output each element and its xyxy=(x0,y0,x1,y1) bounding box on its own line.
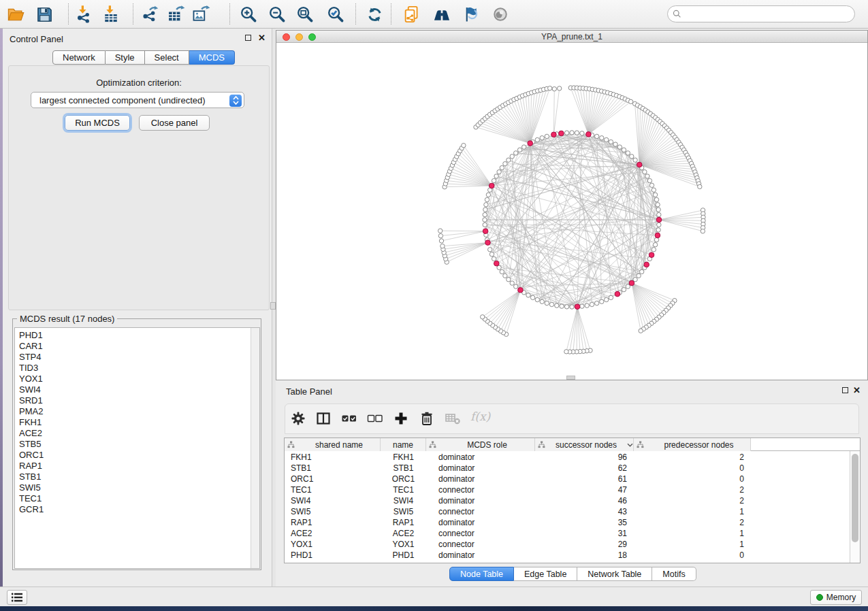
result-list-scrollbar[interactable] xyxy=(251,328,259,568)
toggle-hide-button[interactable] xyxy=(459,3,482,26)
close-panel-icon[interactable]: ✕ xyxy=(258,35,266,42)
column-header-predecessor-nodes[interactable]: predecessor nodes xyxy=(634,438,751,451)
delete-table-icon xyxy=(445,411,461,426)
cell: ACE2 xyxy=(381,528,426,539)
zoom-fit-button[interactable] xyxy=(293,3,317,26)
create-column-button[interactable] xyxy=(393,411,408,426)
run-mcds-button[interactable]: Run MCDS xyxy=(65,115,130,131)
delete-column-button[interactable] xyxy=(419,411,434,426)
table-row[interactable]: STB1STB1dominator620 xyxy=(285,463,860,474)
table-scrollbar-thumb[interactable] xyxy=(852,454,858,542)
cell: 1 xyxy=(634,539,751,550)
mcds-result-item[interactable]: STP4 xyxy=(19,352,44,363)
mcds-result-item[interactable]: TEC1 xyxy=(19,493,44,504)
mcds-result-item[interactable]: ACE2 xyxy=(19,428,44,439)
table-row[interactable]: SWI4SWI4dominator462 xyxy=(285,495,860,506)
close-panel-button[interactable]: Close panel xyxy=(139,115,210,131)
table-row[interactable]: ACE2ACE2connector311 xyxy=(285,528,860,539)
mcds-result-item[interactable]: SRD1 xyxy=(19,395,44,406)
network-titlebar[interactable]: YPA_prune.txt_1 xyxy=(276,31,867,43)
close-table-panel-icon[interactable]: ✕ xyxy=(853,387,861,394)
mcds-result-list[interactable]: PHD1CAR1STP4TID3YOX1SWI4SRD1PMA2FKH1ACE2… xyxy=(14,327,260,569)
delete-table-button[interactable] xyxy=(445,411,461,426)
tab-motifs[interactable]: Motifs xyxy=(652,567,696,581)
table-row[interactable]: SWI5SWI5connector431 xyxy=(285,506,860,517)
mcds-result-item[interactable]: GCR1 xyxy=(19,504,44,515)
mcds-result-item[interactable]: SWI4 xyxy=(19,384,44,395)
mcds-result-item[interactable]: RAP1 xyxy=(19,461,44,472)
refresh-button[interactable] xyxy=(363,3,386,26)
float-panel-icon[interactable] xyxy=(245,35,251,41)
mcds-result-item[interactable]: STB5 xyxy=(19,439,44,450)
zoom-out-button[interactable] xyxy=(266,3,289,26)
table-row[interactable]: PHD1PHD1dominator180 xyxy=(285,550,860,561)
column-header-successor-nodes[interactable]: successor nodes xyxy=(535,438,634,451)
mcds-result-item[interactable]: TID3 xyxy=(19,363,44,374)
column-header-MCDS-role[interactable]: MCDS role xyxy=(426,438,535,451)
import-network-button[interactable] xyxy=(72,3,95,26)
tab-style[interactable]: Style xyxy=(106,50,145,65)
search-input[interactable] xyxy=(684,10,854,19)
select-all-columns-button[interactable] xyxy=(341,411,357,426)
cell: STB1 xyxy=(381,463,426,474)
horizontal-splitter-grip[interactable] xyxy=(566,376,575,380)
mcds-result-item[interactable]: SWI5 xyxy=(19,482,44,493)
mcds-result-item[interactable]: STB1 xyxy=(19,472,44,482)
tab-node-table[interactable]: Node Table xyxy=(449,567,514,581)
mcds-result-item[interactable]: FKH1 xyxy=(19,417,44,428)
mcds-result-item[interactable]: PMA2 xyxy=(19,406,44,417)
table-row[interactable]: ORC1ORC1dominator610 xyxy=(285,474,860,484)
cell: 0 xyxy=(634,550,751,561)
tab-mcds[interactable]: MCDS xyxy=(189,50,235,65)
export-network-button[interactable] xyxy=(138,3,161,26)
cell: dominator xyxy=(426,452,535,463)
tab-edge-table[interactable]: Edge Table xyxy=(514,567,577,581)
plus-icon xyxy=(393,411,408,426)
refresh-icon xyxy=(366,5,384,24)
vertical-splitter-grip[interactable] xyxy=(270,302,276,310)
cell: SWI4 xyxy=(285,495,381,506)
table-settings-button[interactable] xyxy=(291,411,306,426)
tab-network[interactable]: Network xyxy=(52,50,106,65)
tab-network-table[interactable]: Network Table xyxy=(577,567,652,581)
save-button[interactable] xyxy=(33,3,56,26)
function-builder-button[interactable]: f(x) xyxy=(470,410,490,423)
column-header-shared-name[interactable]: shared name xyxy=(285,438,381,451)
memory-button[interactable]: Memory xyxy=(810,590,862,605)
export-table-button[interactable] xyxy=(164,3,187,26)
table-scrollbar[interactable] xyxy=(850,451,860,563)
cell: TEC1 xyxy=(285,484,381,495)
zoom-in-button[interactable] xyxy=(237,3,260,26)
task-history-button[interactable] xyxy=(7,590,27,605)
optimization-select[interactable]: largest connected component (undirected) xyxy=(31,92,244,108)
export-image-button[interactable] xyxy=(189,3,212,26)
network-canvas[interactable] xyxy=(276,43,867,380)
table-row[interactable]: YOX1YOX1connector291 xyxy=(285,539,860,550)
column-header-name[interactable]: name xyxy=(381,438,426,451)
tab-select[interactable]: Select xyxy=(145,50,189,65)
save-icon xyxy=(35,5,54,24)
float-table-panel-icon[interactable] xyxy=(842,387,848,393)
unselect-all-columns-button[interactable] xyxy=(367,411,383,426)
show-columns-button[interactable] xyxy=(316,411,332,426)
cell: dominator xyxy=(426,495,535,506)
desktop-wallpaper-bottom xyxy=(0,606,868,611)
table-row[interactable]: RAP1RAP1dominator352 xyxy=(285,517,860,528)
mcds-result-item[interactable]: PHD1 xyxy=(19,330,44,341)
mcds-result-item[interactable]: ORC1 xyxy=(19,450,44,461)
share-network-document-button[interactable] xyxy=(400,3,423,26)
zoom-selected-button[interactable] xyxy=(324,3,347,26)
open-file-button[interactable] xyxy=(4,3,27,26)
import-table-button[interactable] xyxy=(99,3,123,26)
search-box[interactable] xyxy=(667,5,855,22)
mcds-result-item[interactable]: YOX1 xyxy=(19,374,44,384)
search-network-button[interactable] xyxy=(430,3,453,26)
mcds-result-item[interactable]: CAR1 xyxy=(19,341,44,352)
eye-button[interactable] xyxy=(489,3,512,26)
cell: YOX1 xyxy=(381,539,426,550)
table-tabs: Node TableEdge TableNetwork TableMotifs xyxy=(449,567,696,581)
cell: 62 xyxy=(535,463,634,474)
table-row[interactable]: TEC1TEC1connector472 xyxy=(285,484,860,495)
table-row[interactable]: FKH1FKH1dominator962 xyxy=(285,452,860,463)
cell: 96 xyxy=(535,452,634,463)
